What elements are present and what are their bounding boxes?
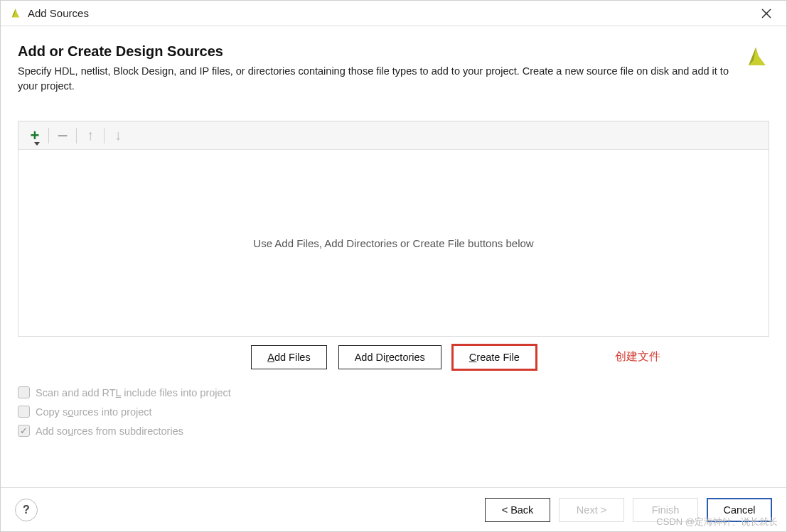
separator	[76, 128, 77, 143]
separator	[104, 128, 105, 143]
move-up-icon[interactable]: ↑	[78, 125, 102, 146]
titlebar: Add Sources	[1, 1, 786, 26]
close-button[interactable]	[752, 4, 781, 23]
page-subheading: Specify HDL, netlist, Block Design, and …	[18, 64, 736, 94]
back-button[interactable]: < Back	[485, 498, 550, 522]
checkbox-icon	[18, 386, 30, 398]
vivado-brand-icon	[745, 45, 769, 69]
create-file-button[interactable]: Create File	[453, 345, 536, 369]
remove-icon[interactable]: −	[50, 125, 75, 146]
check-scan-rtl[interactable]: Scan and add RTL include files into proj…	[18, 386, 769, 398]
check-copy-sources[interactable]: Copy sources into project	[18, 406, 769, 418]
app-icon	[9, 7, 22, 20]
move-down-icon[interactable]: ↓	[106, 125, 130, 146]
sources-list-empty: Use Add Files, Add Directories or Create…	[18, 150, 769, 336]
separator	[48, 128, 49, 143]
finish-button: Finish	[633, 498, 698, 522]
dialog-body: Add or Create Design Sources Specify HDL…	[1, 26, 786, 487]
checkbox-icon: ✓	[18, 425, 30, 437]
sources-list-panel: + − ↑ ↓ Use Add Files, Add Directories o…	[18, 121, 769, 337]
actions-row: Add Files Add Directories Create File 创建…	[18, 345, 769, 369]
add-files-button[interactable]: Add Files	[251, 345, 326, 369]
list-toolbar: + − ↑ ↓	[18, 121, 769, 150]
window-title: Add Sources	[28, 7, 89, 19]
add-icon[interactable]: +	[23, 125, 47, 146]
help-button[interactable]: ?	[15, 499, 38, 521]
dialog-add-sources: Add Sources Add or Create Design Sources…	[0, 0, 787, 532]
cancel-button[interactable]: Cancel	[707, 498, 772, 522]
empty-placeholder: Use Add Files, Add Directories or Create…	[253, 237, 533, 249]
check-add-subdirs[interactable]: ✓ Add sources from subdirectories	[18, 425, 769, 437]
annotation-create-file: 创建文件	[615, 349, 660, 364]
options-checkboxes: Scan and add RTL include files into proj…	[18, 382, 769, 444]
page-heading: Add or Create Design Sources	[18, 43, 737, 60]
checkbox-icon	[18, 406, 30, 418]
add-directories-button[interactable]: Add Directories	[338, 345, 441, 369]
next-button: Next >	[559, 498, 624, 522]
dialog-footer: ? < Back Next > Finish Cancel	[1, 487, 786, 531]
